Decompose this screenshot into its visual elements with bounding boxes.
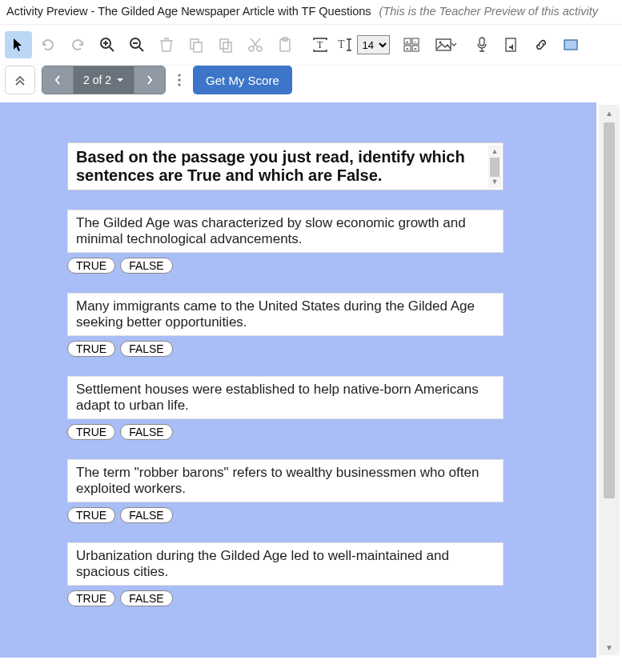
svg-rect-8 bbox=[194, 42, 202, 52]
scroll-down-arrow[interactable]: ▼ bbox=[488, 175, 501, 188]
pager: 2 of 2 bbox=[42, 66, 166, 94]
rectangle-icon bbox=[563, 38, 579, 51]
svg-text:−: − bbox=[414, 39, 417, 44]
false-button[interactable]: FALSE bbox=[120, 341, 173, 357]
instructions-box[interactable]: Based on the passage you just read, iden… bbox=[67, 142, 504, 190]
zoom-in-button[interactable] bbox=[94, 31, 121, 58]
svg-point-33 bbox=[178, 83, 180, 86]
svg-point-31 bbox=[178, 74, 180, 76]
question-block: Settlement houses were established to he… bbox=[67, 376, 504, 440]
undo-button[interactable] bbox=[34, 31, 62, 58]
link-tool[interactable] bbox=[528, 31, 555, 58]
workspace-scrollbar[interactable]: ▲ ▼ bbox=[599, 105, 620, 655]
audio-tool[interactable] bbox=[498, 31, 525, 58]
cut-button[interactable] bbox=[242, 31, 269, 58]
instructions-scrollbar[interactable]: ▲ ▼ bbox=[488, 145, 501, 188]
dots-vertical-icon bbox=[177, 73, 182, 87]
page-label: 2 of 2 bbox=[83, 74, 111, 86]
svg-rect-29 bbox=[506, 38, 516, 51]
scroll-down-arrow[interactable]: ▼ bbox=[599, 639, 620, 655]
image-tool[interactable] bbox=[433, 31, 460, 58]
page-header: Activity Preview - The Gilded Age Newspa… bbox=[0, 0, 622, 25]
true-button[interactable]: TRUE bbox=[67, 341, 115, 357]
false-button[interactable]: FALSE bbox=[120, 590, 173, 606]
true-button[interactable]: TRUE bbox=[67, 424, 115, 440]
chevron-down-icon bbox=[450, 38, 458, 51]
font-size-select[interactable]: 14 bbox=[357, 35, 390, 54]
redo-button[interactable] bbox=[64, 31, 91, 58]
true-button[interactable]: TRUE bbox=[67, 507, 115, 523]
page-indicator[interactable]: 2 of 2 bbox=[74, 66, 134, 94]
redo-icon bbox=[70, 37, 86, 53]
false-button[interactable]: FALSE bbox=[120, 507, 173, 523]
svg-text:T: T bbox=[317, 39, 323, 50]
false-button[interactable]: FALSE bbox=[120, 424, 173, 440]
scroll-up-arrow[interactable]: ▲ bbox=[488, 145, 501, 158]
question-block: The term "robber barons" refers to wealt… bbox=[67, 459, 504, 523]
question-text[interactable]: Many immigrants came to the United State… bbox=[67, 293, 504, 336]
equation-icon: +−×= bbox=[403, 38, 419, 52]
link-icon bbox=[533, 37, 549, 53]
scissors-icon bbox=[247, 37, 263, 53]
zoom-in-icon bbox=[99, 37, 115, 53]
question-text[interactable]: The term "robber barons" refers to wealt… bbox=[67, 459, 504, 502]
workspace[interactable]: Based on the passage you just read, iden… bbox=[0, 102, 596, 658]
true-button[interactable]: TRUE bbox=[67, 258, 115, 274]
scroll-thumb[interactable] bbox=[604, 122, 615, 498]
zoom-out-button[interactable] bbox=[123, 31, 150, 58]
svg-rect-26 bbox=[436, 39, 451, 50]
svg-rect-30 bbox=[564, 40, 577, 50]
svg-text:+: + bbox=[406, 39, 409, 44]
text-tool[interactable]: T bbox=[336, 31, 355, 58]
svg-point-32 bbox=[178, 78, 180, 81]
chevron-left-icon bbox=[54, 74, 62, 86]
double-chevron-up-icon bbox=[14, 74, 26, 86]
copy-button[interactable] bbox=[183, 31, 210, 58]
textbox-tool[interactable]: T bbox=[307, 31, 334, 58]
pointer-icon bbox=[12, 38, 25, 52]
next-page-button[interactable] bbox=[134, 66, 165, 94]
question-text[interactable]: The Gilded Age was characterized by slow… bbox=[67, 210, 504, 253]
more-options-button[interactable] bbox=[172, 72, 187, 88]
microphone-tool[interactable] bbox=[468, 31, 496, 58]
textbox-icon: T bbox=[312, 38, 328, 52]
chevron-right-icon bbox=[146, 74, 154, 86]
text-icon: T bbox=[338, 38, 345, 51]
question-text[interactable]: Urbanization during the Gilded Age led t… bbox=[67, 542, 504, 586]
clipboard-icon bbox=[278, 37, 292, 53]
svg-text:×: × bbox=[406, 46, 409, 51]
scroll-thumb[interactable] bbox=[490, 158, 500, 177]
tf-row: TRUE FALSE bbox=[67, 424, 504, 440]
true-button[interactable]: TRUE bbox=[67, 590, 115, 606]
question-text[interactable]: Settlement houses were established to he… bbox=[67, 376, 504, 419]
tf-row: TRUE FALSE bbox=[67, 507, 504, 523]
svg-rect-10 bbox=[223, 42, 231, 52]
tf-row: TRUE FALSE bbox=[67, 590, 504, 606]
get-my-score-button[interactable]: Get My Score bbox=[193, 66, 292, 94]
shape-tool[interactable] bbox=[557, 31, 584, 58]
false-button[interactable]: FALSE bbox=[120, 258, 173, 274]
image-icon bbox=[435, 38, 451, 51]
toolbar: T T 14 +−×= bbox=[0, 25, 622, 66]
pointer-tool[interactable] bbox=[5, 31, 32, 58]
text-cursor-icon bbox=[345, 38, 353, 52]
paste-button[interactable] bbox=[271, 31, 299, 58]
duplicate-icon bbox=[218, 37, 234, 53]
duplicate-button[interactable] bbox=[212, 31, 239, 58]
svg-line-5 bbox=[139, 47, 143, 51]
question-block: The Gilded Age was characterized by slow… bbox=[67, 210, 504, 274]
svg-rect-28 bbox=[480, 38, 484, 46]
question-block: Urbanization during the Gilded Age led t… bbox=[67, 542, 504, 606]
scroll-up-arrow[interactable]: ▲ bbox=[599, 105, 620, 121]
equation-tool[interactable]: +−×= bbox=[398, 31, 425, 58]
zoom-out-icon bbox=[129, 37, 145, 53]
speaker-page-icon bbox=[504, 37, 519, 53]
collapse-button[interactable] bbox=[5, 66, 35, 94]
delete-button[interactable] bbox=[153, 31, 180, 58]
svg-text:=: = bbox=[414, 46, 417, 51]
question-block: Many immigrants came to the United State… bbox=[67, 293, 504, 357]
second-toolbar: 2 of 2 Get My Score bbox=[0, 66, 622, 102]
prev-page-button[interactable] bbox=[42, 66, 74, 94]
trash-icon bbox=[159, 37, 174, 53]
tf-row: TRUE FALSE bbox=[67, 258, 504, 274]
